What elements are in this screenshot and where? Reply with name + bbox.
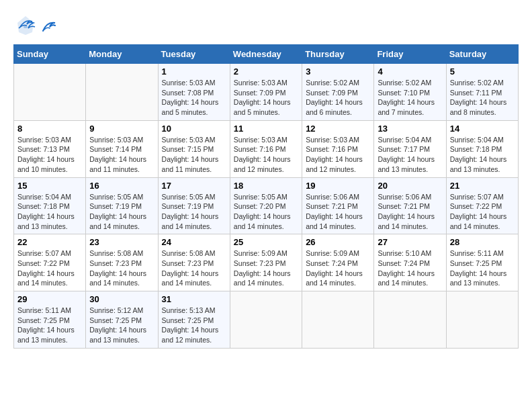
day-header-sunday: Sunday [14,45,86,64]
sunrise: Sunrise: 5:06 AM [306,193,359,201]
sunset: Sunset: 7:15 PM [162,145,214,153]
daylight: Daylight: 14 hours and 12 minutes. [306,155,363,173]
day-number: 4 [378,66,442,77]
day-number: 18 [234,181,298,191]
sunrise: Sunrise: 5:10 AM [378,249,431,257]
sunrise: Sunrise: 5:03 AM [89,136,143,144]
calendar-cell: 22 Sunrise: 5:07 AM Sunset: 7:22 PM Dayl… [14,234,86,291]
daylight: Daylight: 14 hours and 13 minutes. [17,212,75,230]
daylight: Daylight: 14 hours and 7 minutes. [378,98,435,116]
sunrise: Sunrise: 5:05 AM [162,193,216,201]
calendar-cell: 27 Sunrise: 5:10 AM Sunset: 7:24 PM Dayl… [374,234,446,291]
daylight: Daylight: 14 hours and 13 minutes. [89,326,146,344]
day-number: 25 [234,237,298,247]
sunrise: Sunrise: 5:07 AM [17,249,71,257]
sunset: Sunset: 7:16 PM [234,145,286,153]
sunrise: Sunrise: 5:08 AM [89,249,143,257]
sunset: Sunset: 7:22 PM [450,202,502,210]
calendar-cell [302,291,374,349]
day-number: 11 [234,124,298,134]
day-number: 19 [306,181,370,191]
calendar-cell: 26 Sunrise: 5:09 AM Sunset: 7:24 PM Dayl… [302,234,374,291]
calendar-cell [14,64,86,121]
day-info: Sunrise: 5:03 AM Sunset: 7:16 PM Dayligh… [234,135,298,175]
day-header-thursday: Thursday [302,45,374,64]
sunset: Sunset: 7:19 PM [162,202,214,210]
calendar-header-row: SundayMondayTuesdayWednesdayThursdayFrid… [14,45,519,64]
daylight: Daylight: 14 hours and 5 minutes. [162,98,219,116]
daylight: Daylight: 14 hours and 13 minutes. [450,155,507,173]
sunrise: Sunrise: 5:04 AM [450,136,504,144]
day-header-saturday: Saturday [446,45,518,64]
day-header-friday: Friday [374,45,446,64]
day-info: Sunrise: 5:04 AM Sunset: 7:18 PM Dayligh… [450,135,515,175]
day-number: 1 [162,66,226,77]
sunset: Sunset: 7:21 PM [378,202,430,210]
calendar-cell: 5 Sunrise: 5:02 AM Sunset: 7:11 PM Dayli… [446,64,518,121]
daylight: Daylight: 14 hours and 5 minutes. [234,98,291,116]
day-info: Sunrise: 5:04 AM Sunset: 7:18 PM Dayligh… [17,192,82,232]
day-info: Sunrise: 5:13 AM Sunset: 7:25 PM Dayligh… [162,306,226,345]
calendar-cell: 19 Sunrise: 5:06 AM Sunset: 7:21 PM Dayl… [302,177,374,234]
calendar-cell: 16 Sunrise: 5:05 AM Sunset: 7:19 PM Dayl… [86,177,158,234]
sunset: Sunset: 7:16 PM [306,145,358,153]
calendar-cell: 12 Sunrise: 5:03 AM Sunset: 7:16 PM Dayl… [302,120,374,177]
day-number: 16 [89,181,154,191]
calendar-cell: 29 Sunrise: 5:11 AM Sunset: 7:25 PM Dayl… [14,291,86,349]
sunset: Sunset: 7:21 PM [306,202,358,210]
day-number: 26 [306,237,370,247]
calendar-cell [230,291,302,349]
day-info: Sunrise: 5:12 AM Sunset: 7:25 PM Dayligh… [89,306,154,345]
daylight: Daylight: 14 hours and 14 minutes. [306,269,363,287]
day-info: Sunrise: 5:11 AM Sunset: 7:25 PM Dayligh… [450,248,515,288]
calendar-cell: 11 Sunrise: 5:03 AM Sunset: 7:16 PM Dayl… [230,120,302,177]
daylight: Daylight: 14 hours and 14 minutes. [378,269,435,287]
day-number: 8 [17,124,82,134]
calendar-cell: 23 Sunrise: 5:08 AM Sunset: 7:23 PM Dayl… [86,234,158,291]
day-info: Sunrise: 5:05 AM Sunset: 7:20 PM Dayligh… [234,192,298,232]
day-number: 10 [162,124,226,134]
sunrise: Sunrise: 5:05 AM [234,193,287,201]
daylight: Daylight: 14 hours and 13 minutes. [450,269,507,287]
daylight: Daylight: 14 hours and 11 minutes. [89,155,146,173]
daylight: Daylight: 14 hours and 14 minutes. [450,212,507,230]
sunrise: Sunrise: 5:03 AM [162,79,216,87]
sunset: Sunset: 7:18 PM [450,145,502,153]
day-number: 24 [162,237,226,247]
day-number: 15 [17,181,82,191]
day-header-tuesday: Tuesday [158,45,230,64]
calendar-week-row: 8 Sunrise: 5:03 AM Sunset: 7:13 PM Dayli… [14,120,519,177]
day-info: Sunrise: 5:06 AM Sunset: 7:21 PM Dayligh… [378,192,442,232]
sunset: Sunset: 7:25 PM [162,316,214,324]
sunrise: Sunrise: 5:02 AM [378,79,431,87]
daylight: Daylight: 14 hours and 11 minutes. [162,155,219,173]
day-number: 14 [450,124,515,134]
sunrise: Sunrise: 5:03 AM [17,136,71,144]
sunset: Sunset: 7:08 PM [162,89,214,97]
day-header-wednesday: Wednesday [230,45,302,64]
day-info: Sunrise: 5:03 AM Sunset: 7:15 PM Dayligh… [162,135,226,175]
day-number: 17 [162,181,226,191]
day-number: 13 [378,124,442,134]
sunset: Sunset: 7:20 PM [234,202,286,210]
sunrise: Sunrise: 5:11 AM [17,306,71,314]
day-info: Sunrise: 5:03 AM Sunset: 7:09 PM Dayligh… [234,78,298,118]
day-info: Sunrise: 5:02 AM Sunset: 7:10 PM Dayligh… [378,78,442,118]
sunset: Sunset: 7:24 PM [306,259,358,267]
day-number: 9 [89,124,154,134]
sunset: Sunset: 7:23 PM [89,259,142,267]
sunrise: Sunrise: 5:07 AM [450,193,504,201]
sunrise: Sunrise: 5:05 AM [89,193,143,201]
sunset: Sunset: 7:25 PM [450,259,502,267]
logo [13,13,56,38]
daylight: Daylight: 14 hours and 6 minutes. [306,98,363,116]
calendar-cell: 24 Sunrise: 5:08 AM Sunset: 7:23 PM Dayl… [158,234,230,291]
sunrise: Sunrise: 5:03 AM [234,136,287,144]
day-number: 20 [378,181,442,191]
calendar-week-row: 1 Sunrise: 5:03 AM Sunset: 7:08 PM Dayli… [14,64,519,121]
day-number: 27 [378,237,442,247]
calendar-cell: 2 Sunrise: 5:03 AM Sunset: 7:09 PM Dayli… [230,64,302,121]
daylight: Daylight: 14 hours and 12 minutes. [234,155,291,173]
daylight: Daylight: 14 hours and 14 minutes. [162,269,219,287]
calendar-cell: 18 Sunrise: 5:05 AM Sunset: 7:20 PM Dayl… [230,177,302,234]
